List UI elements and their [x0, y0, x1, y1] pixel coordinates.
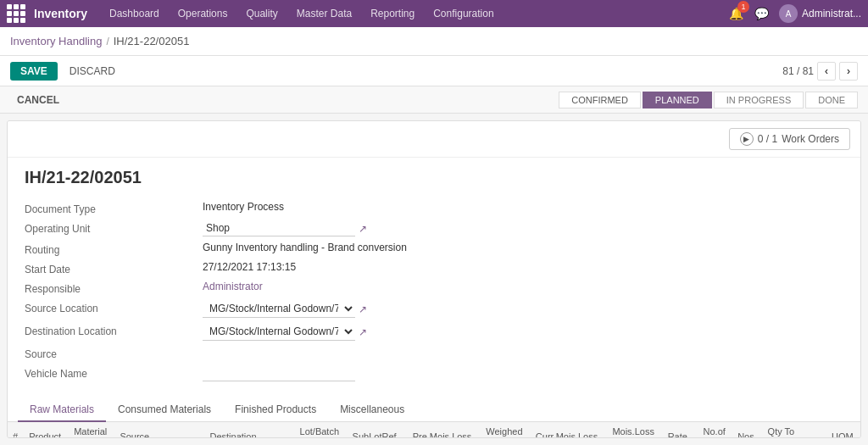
col-mois-loss-qty[interactable]: Mois.LossQty [607, 422, 662, 438]
label-source-location: Source Location [25, 300, 194, 318]
nav-reporting[interactable]: Reporting [362, 0, 423, 27]
value-document-type: Inventory Process [203, 201, 533, 215]
next-button[interactable]: › [839, 62, 858, 81]
label-source: Source [25, 346, 194, 360]
work-orders-label: Work Orders [782, 133, 839, 145]
status-planned[interactable]: PLANNED [643, 92, 712, 108]
label-responsible: Responsible [25, 281, 194, 295]
apps-icon[interactable] [7, 4, 25, 23]
col-uom[interactable]: UOM [826, 422, 860, 438]
work-orders-count: 0 / 1 [758, 133, 777, 145]
tab-miscellaneous[interactable]: Miscellaneous [328, 398, 416, 422]
avatar: A [779, 4, 798, 23]
materials-table: # Product MaterialType Source Destinatio… [8, 422, 860, 438]
source-location-ext-link[interactable]: ↗ [359, 303, 367, 315]
brand-name: Inventory [34, 7, 87, 20]
breadcrumb-bar: Inventory Handling / IH/21-22/02051 [0, 27, 868, 56]
col-source[interactable]: Source [114, 422, 204, 438]
save-button[interactable]: SAVE [10, 62, 58, 81]
breadcrumb-separator: / [106, 36, 108, 47]
prev-button[interactable]: ‹ [817, 62, 836, 81]
operating-unit-input[interactable] [203, 220, 355, 236]
nav-master-data[interactable]: Master Data [288, 0, 360, 27]
label-operating-unit: Operating Unit [25, 220, 194, 236]
col-qty-to-consume[interactable]: Qty ToConsume ▲ [763, 422, 826, 438]
form-grid: Document Type Inventory Process Operatin… [25, 201, 533, 381]
col-product[interactable]: Product [24, 422, 69, 438]
label-routing: Routing [25, 242, 194, 256]
work-orders-button[interactable]: ▶ 0 / 1 Work Orders [729, 128, 850, 150]
operating-unit-ext-link[interactable]: ↗ [359, 223, 367, 235]
vehicle-name-input[interactable] [203, 365, 355, 381]
source-location-select[interactable]: MG/Stock/Internal Godown/7 Godow [203, 300, 355, 318]
label-vehicle-name: Vehicle Name [25, 365, 194, 381]
notification-badge: 1 [737, 1, 749, 13]
value-responsible[interactable]: Administrator [203, 281, 533, 295]
table-wrap: # Product MaterialType Source Destinatio… [8, 422, 860, 438]
tab-raw-materials[interactable]: Raw Materials [18, 398, 106, 422]
main-nav: Dashboard Operations Quality Master Data… [101, 0, 728, 27]
tab-consumed-materials[interactable]: Consumed Materials [106, 398, 223, 422]
label-destination-location: Destination Location [25, 323, 194, 341]
col-no-of-bags[interactable]: No.ofBags [698, 422, 733, 438]
col-curr-mois[interactable]: Curr.Mois.Loss [531, 422, 608, 438]
operating-unit-wrap: ↗ [203, 220, 533, 236]
status-confirmed[interactable]: CONFIRMED [559, 92, 641, 108]
topbar-right: 🔔 1 💬 A Administrat... [728, 4, 861, 23]
topbar: Inventory Dashboard Operations Quality M… [0, 0, 868, 27]
form-title: IH/21-22/02051 [25, 168, 843, 187]
discard-button[interactable]: DISCARD [63, 62, 122, 81]
tabs-bar: Raw Materials Consumed Materials Finishe… [8, 398, 860, 422]
form-section: IH/21-22/02051 Document Type Inventory P… [8, 158, 860, 392]
col-weighed-qty[interactable]: WeighedQty [481, 422, 531, 438]
col-pre-mois[interactable]: Pre.Mois.Loss [408, 422, 481, 438]
action-bar: SAVE DISCARD 81 / 81 ‹ › [0, 56, 868, 86]
vehicle-name-wrap [203, 365, 533, 381]
chat-icon[interactable]: 💬 [754, 5, 771, 22]
breadcrumb-current: IH/21-22/02051 [114, 35, 190, 47]
source-location-wrap: MG/Stock/Internal Godown/7 Godow ↗ [203, 300, 533, 318]
user-name: Administrat... [802, 8, 861, 19]
nav-operations[interactable]: Operations [170, 0, 236, 27]
action-buttons: SAVE DISCARD [10, 62, 122, 81]
status-steps: CONFIRMED PLANNED IN PROGRESS DONE [559, 92, 858, 108]
col-nos[interactable]: Nos [732, 422, 762, 438]
nav-configuration[interactable]: Configuration [425, 0, 502, 27]
pagination: 81 / 81 ‹ › [782, 62, 858, 81]
breadcrumb-parent[interactable]: Inventory Handling [10, 35, 102, 47]
nav-dashboard[interactable]: Dashboard [101, 0, 168, 27]
value-source [203, 346, 533, 360]
table-header-row: # Product MaterialType Source Destinatio… [8, 422, 860, 438]
notification-bell[interactable]: 🔔 1 [728, 5, 745, 22]
col-lot-batch[interactable]: Lot/BatchNumber [295, 422, 348, 438]
destination-location-wrap: MG/Stock/Internal Godown/7 Godow ↗ [203, 323, 533, 341]
label-document-type: Document Type [25, 201, 194, 215]
nav-quality[interactable]: Quality [237, 0, 286, 27]
content-area: ▶ 0 / 1 Work Orders IH/21-22/02051 Docum… [7, 120, 861, 438]
play-icon: ▶ [740, 132, 754, 146]
cancel-button[interactable]: CANCEL [10, 92, 66, 108]
col-rate[interactable]: Rate [663, 422, 698, 438]
status-done[interactable]: DONE [805, 92, 858, 108]
work-orders-bar: ▶ 0 / 1 Work Orders [8, 121, 860, 158]
status-in-progress[interactable]: IN PROGRESS [714, 92, 804, 108]
col-material-type[interactable]: MaterialType [69, 422, 114, 438]
value-start-date: 27/12/2021 17:13:15 [203, 261, 533, 275]
destination-location-select[interactable]: MG/Stock/Internal Godown/7 Godow [203, 323, 355, 341]
pagination-label: 81 / 81 [782, 65, 814, 77]
tab-finished-products[interactable]: Finished Products [223, 398, 328, 422]
label-start-date: Start Date [25, 261, 194, 275]
status-bar: CANCEL CONFIRMED PLANNED IN PROGRESS DON… [0, 86, 868, 114]
user-menu[interactable]: A Administrat... [779, 4, 861, 23]
value-routing: Gunny Inventory handling - Brand convers… [203, 242, 533, 256]
destination-location-ext-link[interactable]: ↗ [359, 326, 367, 338]
col-sublot[interactable]: SubLotRef. [348, 422, 408, 438]
col-destination[interactable]: Destination [204, 422, 294, 438]
col-num: # [8, 422, 24, 438]
